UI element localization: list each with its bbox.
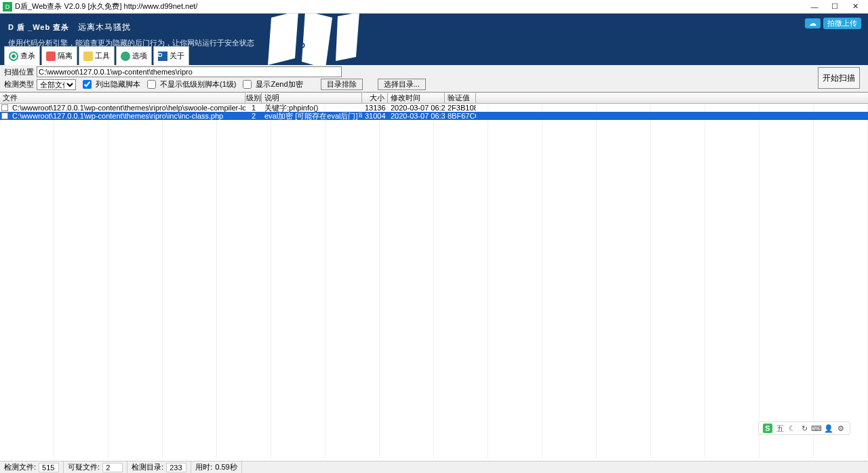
col-time[interactable]: 修改时间: [388, 93, 445, 103]
table-row[interactable]: C:\wwwroot\127.0.0.1\wp-content\themes\r…: [0, 112, 868, 120]
brand: D 盾 _Web 查杀 远离木马骚扰: [8, 18, 131, 33]
cell-size: 13136: [362, 104, 388, 112]
table-body[interactable]: C:\wwwroot\127.0.0.1\wp-content\themes\r…: [0, 104, 868, 458]
tab-option[interactable]: 选项: [116, 46, 152, 65]
cell-level: 1: [245, 104, 262, 112]
cloud-icon[interactable]: ☁: [805, 18, 821, 28]
cell-file: C:\wwwroot\127.0.0.1\wp-content\themes\r…: [9, 104, 245, 112]
file-icon: [1, 112, 8, 119]
scan-location-label: 扫描位置: [4, 67, 34, 77]
col-desc[interactable]: 说明: [262, 93, 362, 103]
upload-button[interactable]: 拍微上传: [823, 18, 861, 29]
table-row[interactable]: C:\wwwroot\127.0.0.1\wp-content\themes\r…: [0, 104, 868, 112]
tab-tool[interactable]: 工具: [79, 46, 115, 65]
tray-moon-icon: ☾: [787, 424, 797, 433]
upload-area: ☁ 拍微上传: [805, 18, 861, 29]
col-file[interactable]: 文件: [0, 93, 245, 103]
cell-time: 2020-03-07 06:35:48: [388, 112, 445, 120]
close-button[interactable]: ✕: [845, 1, 865, 13]
cell-time: 2020-03-07 06:20:20: [388, 104, 445, 112]
status-time-value: 0.59秒: [215, 462, 237, 472]
col-level[interactable]: 级别: [245, 93, 262, 103]
main-toolbar: 查杀 隔离 工具 选项 D关于: [4, 46, 191, 65]
logo: D: [258, 14, 380, 65]
svg-marker-0: [268, 14, 298, 65]
option-icon: [121, 52, 130, 61]
cell-size: 31004: [362, 112, 388, 120]
titlebar: D D盾_Web查杀 V2.0.9 [永久免费] http://www.d99n…: [0, 0, 868, 14]
ime-icon: S: [763, 424, 772, 433]
tab-isolate-label: 隔离: [58, 51, 73, 61]
minimize-button[interactable]: —: [804, 1, 825, 13]
file-icon: [1, 104, 8, 111]
statusbar: 检测文件:515 可疑文件:2 检测目录:233 用时:0.59秒: [0, 461, 868, 473]
upload-label: 拍微上传: [827, 18, 857, 28]
maximize-button[interactable]: ☐: [825, 1, 845, 13]
brand-subtitle: 远离木马骚扰: [78, 22, 131, 32]
chk-hidden[interactable]: [83, 80, 92, 89]
tray-settings-icon: ⚙: [836, 424, 846, 433]
cell-desc: eval加密 [可能存在eval后门]可疑..: [262, 111, 362, 121]
tab-scan-label: 查杀: [20, 51, 35, 61]
table-header: 文件 级别 说明 大小 修改时间 验证值: [0, 93, 868, 104]
chk-hidden-label: 列出隐藏脚本: [96, 79, 140, 89]
exclude-dir-button[interactable]: 目录排除: [321, 79, 363, 90]
tab-about-label: 关于: [170, 51, 184, 61]
cell-level: 2: [245, 112, 262, 120]
chk-lowlevel-label: 不显示低级别脚本(1级): [160, 79, 236, 89]
svg-marker-1: [302, 14, 332, 65]
status-suspect-label: 可疑文件:: [68, 462, 100, 472]
status-time-label: 用时:: [195, 462, 212, 472]
window-title: D盾_Web查杀 V2.0.9 [永久免费] http://www.d99net…: [15, 1, 197, 12]
scan-location-input[interactable]: [37, 66, 342, 77]
chk-zend-label: 显示Zend加密: [256, 79, 302, 89]
start-scan-button[interactable]: 开始扫描: [818, 67, 860, 89]
about-icon: D: [158, 52, 167, 61]
scan-icon: [9, 52, 18, 61]
tab-about[interactable]: D关于: [153, 46, 189, 65]
tray-refresh-icon: ↻: [800, 424, 809, 433]
status-files-label: 检测文件:: [4, 462, 36, 472]
app-icon: D: [3, 2, 12, 12]
scan-controls: 扫描位置 检测类型 全部文件 列出隐藏脚本 不显示低级别脚本(1级) 显示Zen…: [0, 65, 868, 92]
status-dirs-value: 233: [166, 463, 186, 472]
tab-option-label: 选项: [132, 51, 147, 61]
cell-hash: 2F3B1088: [445, 104, 476, 112]
isolate-icon: [46, 52, 56, 61]
tab-isolate[interactable]: 隔离: [41, 46, 77, 65]
ime-tray[interactable]: S 五 ☾ ↻ ⌨ 👤 ⚙: [758, 421, 850, 435]
cell-hash: 8BF67CC6: [445, 112, 476, 120]
tab-scan[interactable]: 查杀: [4, 46, 40, 65]
col-hash[interactable]: 验证值: [445, 93, 476, 103]
tray-keyboard-icon: ⌨: [812, 424, 821, 433]
svg-marker-2: [336, 14, 359, 61]
brand-title: D 盾 _Web 查杀: [8, 23, 69, 31]
select-dir-button[interactable]: 选择目录...: [378, 79, 426, 90]
tray-person-icon: 👤: [824, 424, 833, 433]
status-dirs-label: 检测目录:: [132, 462, 163, 472]
scan-type-label: 检测类型: [4, 79, 34, 89]
tab-tool-label: 工具: [95, 51, 110, 61]
col-size[interactable]: 大小: [362, 93, 388, 103]
header: D 盾 _Web 查杀 远离木马骚扰 使用代码分析引擎，能追查更为隐藏的后门行为…: [0, 14, 868, 65]
results-table: 文件 级别 说明 大小 修改时间 验证值 C:\wwwroot\127.0.0.…: [0, 92, 868, 458]
svg-text:D: D: [300, 41, 305, 49]
chk-zend[interactable]: [243, 80, 252, 89]
ime-mode: 五: [775, 424, 785, 433]
scan-type-select[interactable]: 全部文件: [37, 79, 76, 90]
status-suspect-value: 2: [102, 463, 123, 472]
chk-lowlevel[interactable]: [147, 80, 156, 89]
tool-icon: [83, 52, 93, 61]
status-files-value: 515: [39, 463, 59, 472]
cell-file: C:\wwwroot\127.0.0.1\wp-content\themes\r…: [9, 112, 245, 120]
